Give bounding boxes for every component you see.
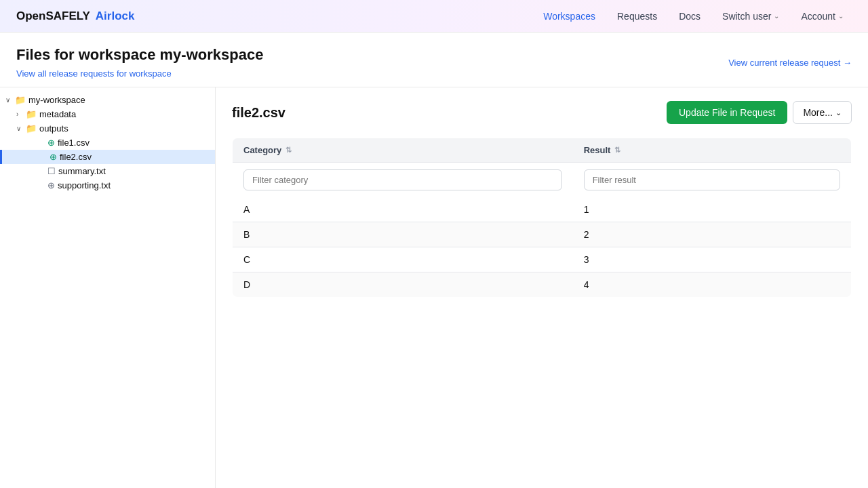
tree-label-my-workspace: my-workspace [28, 95, 85, 105]
filter-category-cell [233, 163, 573, 198]
view-all-link[interactable]: View all release requests for workspace [16, 68, 172, 79]
tree-item-file1-csv[interactable]: ⊕ file1.csv [0, 136, 215, 150]
cell-result: 4 [573, 272, 852, 298]
sort-icon-category: ⇅ [285, 146, 292, 155]
content-actions: Update File in Request More... ⌄ [667, 101, 852, 124]
page-title: Files for workspace my-workspace [16, 46, 263, 64]
table-row: A 1 [233, 197, 852, 222]
tree-label-supporting-txt: supporting.txt [58, 180, 111, 190]
tree-label-file1-csv: file1.csv [58, 138, 90, 148]
filter-row [233, 163, 852, 198]
tree-item-file2-csv[interactable]: ⊕ file2.csv [0, 150, 215, 164]
cell-category: D [233, 272, 573, 298]
tree-item-outputs[interactable]: ∨ 📁 outputs [0, 121, 215, 136]
table-row: C 3 [233, 247, 852, 272]
sort-icon-result: ⇅ [614, 146, 620, 155]
more-button-label: More... [803, 107, 833, 118]
more-button[interactable]: More... ⌄ [793, 101, 852, 124]
tree-item-metadata[interactable]: › 📁 metadata [0, 107, 215, 121]
header-left: Files for workspace my-workspace View al… [16, 46, 263, 79]
table-row: D 4 [233, 272, 852, 298]
main-layout: ∨ 📁 my-workspace › 📁 metadata ∨ 📁 output… [0, 87, 868, 488]
th-result-label: Result [584, 145, 611, 155]
th-category-label: Category [243, 145, 281, 155]
more-chevron-icon: ⌄ [835, 108, 842, 117]
main-nav: OpenSAFELY Airlock Workspaces Requests D… [0, 0, 868, 33]
folder-icon-my-workspace: 📁 [15, 95, 26, 105]
cell-result: 1 [573, 197, 852, 222]
file-content-area: file2.csv Update File in Request More...… [216, 87, 868, 488]
switch-user-chevron-icon: ⌄ [774, 12, 779, 20]
table-body: A 1 B 2 C 3 D 4 [233, 197, 852, 298]
nav-requests[interactable]: Requests [609, 7, 665, 26]
table-row: B 2 [233, 222, 852, 247]
expand-arrow-outputs: ∨ [16, 125, 23, 132]
nav-links: Workspaces Requests Docs Switch user ⌄ A… [535, 7, 852, 26]
tree-item-summary-txt[interactable]: ☐ summary.txt [0, 164, 215, 178]
file-icon-supporting: ⊕ [47, 180, 55, 190]
expand-arrow-metadata: › [16, 110, 23, 118]
nav-switch-user[interactable]: Switch user ⌄ [714, 7, 787, 26]
filter-result-cell [573, 163, 852, 198]
page-header: Files for workspace my-workspace View al… [0, 33, 868, 87]
folder-icon-outputs: 📁 [26, 123, 37, 134]
file-title: file2.csv [232, 105, 285, 121]
content-header: file2.csv Update File in Request More...… [232, 101, 852, 124]
nav-docs[interactable]: Docs [671, 7, 709, 26]
nav-account[interactable]: Account ⌄ [793, 7, 852, 26]
table-header-row: Category ⇅ Result ⇅ [233, 138, 852, 163]
tree-item-my-workspace[interactable]: ∨ 📁 my-workspace [0, 93, 215, 107]
cell-category: B [233, 222, 573, 247]
view-current-release-link[interactable]: View current release request → [728, 58, 852, 68]
cell-category: C [233, 247, 573, 272]
tree-item-supporting-txt[interactable]: ⊕ supporting.txt [0, 178, 215, 192]
logo-airlock: Airlock [96, 9, 135, 22]
update-file-button[interactable]: Update File in Request [667, 101, 787, 124]
filter-result-input[interactable] [584, 169, 840, 190]
expand-arrow-my-workspace: ∨ [5, 96, 12, 104]
tree-label-outputs: outputs [39, 123, 68, 134]
file-tree-sidebar: ∨ 📁 my-workspace › 📁 metadata ∨ 📁 output… [0, 87, 216, 488]
file-icon-summary: ☐ [47, 166, 56, 176]
th-category[interactable]: Category ⇅ [233, 138, 573, 163]
table-header: Category ⇅ Result ⇅ [233, 138, 852, 198]
cell-category: A [233, 197, 573, 222]
cell-result: 3 [573, 247, 852, 272]
switch-user-label: Switch user [722, 11, 771, 22]
filter-category-input[interactable] [243, 169, 562, 190]
logo-open: OpenSAFELY [16, 9, 90, 22]
data-table: Category ⇅ Result ⇅ [232, 138, 852, 298]
tree-label-summary-txt: summary.txt [58, 166, 106, 176]
csv-icon-file1: ⊕ [47, 138, 55, 148]
cell-result: 2 [573, 222, 852, 247]
tree-label-file2-csv: file2.csv [60, 152, 92, 162]
th-result[interactable]: Result ⇅ [573, 138, 852, 163]
logo[interactable]: OpenSAFELY Airlock [16, 9, 134, 23]
csv-icon-file2: ⊕ [50, 152, 57, 162]
folder-icon-metadata: 📁 [26, 109, 37, 119]
account-label: Account [801, 11, 835, 22]
nav-workspaces[interactable]: Workspaces [535, 7, 604, 26]
tree-label-metadata: metadata [39, 109, 76, 119]
account-chevron-icon: ⌄ [838, 12, 844, 20]
